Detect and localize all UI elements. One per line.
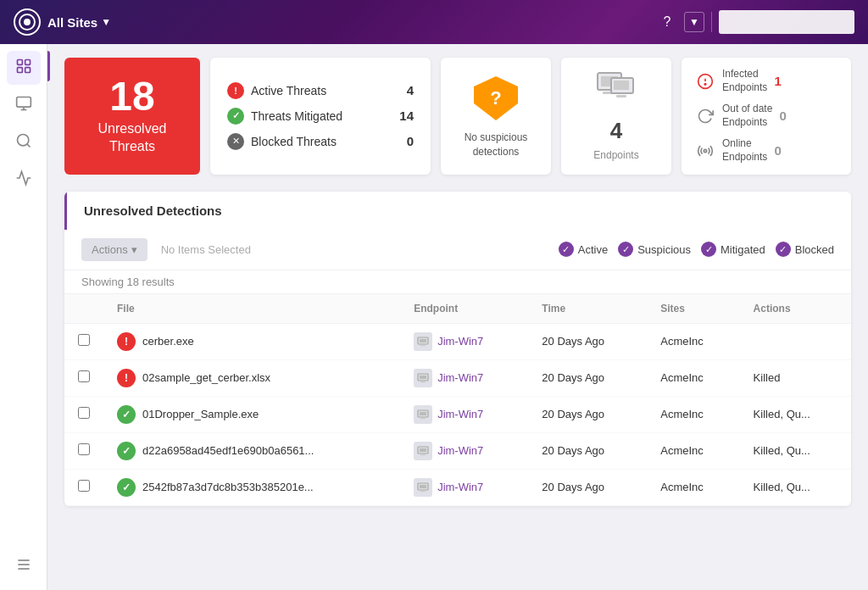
shield-icon: ? xyxy=(470,73,521,124)
svg-rect-32 xyxy=(420,412,426,415)
filter-active[interactable]: ✓ Active xyxy=(559,242,608,257)
detections-toolbar: Actions ▾ No Items Selected ✓ Active ✓ S… xyxy=(64,230,851,270)
file-col-header: File xyxy=(103,294,400,324)
showing-label: Showing 18 results xyxy=(64,270,851,294)
file-cell: ✓ 01Dropper_Sample.exe xyxy=(103,396,400,432)
sidebar-item-settings[interactable] xyxy=(7,549,41,583)
site-selector[interactable]: All Sites ▼ xyxy=(47,15,111,30)
table-row: ✓ 01Dropper_Sample.exe Jim-Win7 2 xyxy=(64,396,851,432)
table-body: ! cerber.exe Jim-Win7 20 Days Ago xyxy=(64,323,851,505)
actions-label: Actions xyxy=(92,243,128,256)
table-header-row: File Endpoint Time Sites Actions xyxy=(64,294,851,324)
table-row: ! 02sample_get_cerber.xlsx Jim-Win7 xyxy=(64,359,851,396)
mitigated-threats-row: ✓ Threats Mitigated 14 xyxy=(227,108,414,125)
user-dropdown-btn[interactable]: ▼ xyxy=(684,12,704,32)
threats-label: Unresolved Threats xyxy=(98,120,167,156)
svg-rect-5 xyxy=(25,67,30,72)
svg-rect-35 xyxy=(420,448,426,452)
svg-rect-26 xyxy=(420,339,426,342)
threat-badge-green: ✓ xyxy=(117,478,136,497)
app-logo xyxy=(14,8,41,36)
endpoint-link[interactable]: Jim-Win7 xyxy=(437,335,483,348)
actions-col-header: Actions xyxy=(740,294,851,324)
filter-mitigated[interactable]: ✓ Mitigated xyxy=(701,242,765,257)
select-all-col xyxy=(64,294,103,324)
sidebar-item-scanner[interactable] xyxy=(7,125,41,159)
sites-cell: AcmeInc xyxy=(647,469,739,505)
header: All Sites ▼ ? ▼ xyxy=(0,0,868,44)
row-checkbox[interactable] xyxy=(78,370,90,382)
row-checkbox-cell xyxy=(64,396,103,432)
active-threat-icon: ! xyxy=(227,82,244,99)
mitigated-threat-icon: ✓ xyxy=(227,108,244,125)
mitigated-filter-check: ✓ xyxy=(701,242,716,257)
svg-rect-29 xyxy=(420,376,426,379)
actions-cell: Killed, Qu... xyxy=(740,469,851,505)
threat-badge-red: ! xyxy=(117,332,136,351)
row-checkbox[interactable] xyxy=(78,443,90,455)
svg-point-24 xyxy=(704,149,706,152)
svg-rect-39 xyxy=(420,491,426,492)
file-cell: ! cerber.exe xyxy=(103,323,400,359)
detections-title: Unresolved Detections xyxy=(64,192,851,230)
help-icon[interactable]: ? xyxy=(657,12,677,32)
actions-button[interactable]: Actions ▾ xyxy=(81,238,147,261)
svg-rect-33 xyxy=(420,418,426,419)
actions-cell xyxy=(740,323,851,359)
endpoint-computer-icon xyxy=(414,478,432,497)
active-filter-check: ✓ xyxy=(559,242,574,257)
file-cell: ! 02sample_get_cerber.xlsx xyxy=(103,359,400,396)
endpoint-col-header: Endpoint xyxy=(400,294,528,324)
network-icon xyxy=(15,170,32,191)
endpoint-computer-icon xyxy=(414,369,432,387)
file-cell: ✓ d22a6958ad45edf1e690b0a6561... xyxy=(103,432,400,469)
endpoint-link[interactable]: Jim-Win7 xyxy=(437,481,483,493)
active-filter-label: Active xyxy=(578,243,608,256)
suspicious-filter-check: ✓ xyxy=(618,242,633,257)
time-cell: 20 Days Ago xyxy=(528,469,647,505)
file-name: 2542fb87a3d7dc8b353b385201e... xyxy=(142,481,314,493)
row-checkbox[interactable] xyxy=(78,480,90,492)
scanner-icon xyxy=(15,132,32,153)
content-area: 18 Unresolved Threats ! Active Threats 4… xyxy=(47,44,868,590)
no-items-label: No Items Selected xyxy=(161,243,251,256)
infected-label: Infected Endpoints xyxy=(722,68,767,94)
actions-cell: Killed xyxy=(740,359,851,396)
stats-card: Infected Endpoints 1 Out of date End xyxy=(682,58,851,175)
actions-chevron-icon: ▾ xyxy=(131,243,137,256)
row-checkbox[interactable] xyxy=(78,407,90,419)
svg-rect-19 xyxy=(614,81,629,90)
sidebar-item-network[interactable] xyxy=(7,163,41,197)
filter-suspicious[interactable]: ✓ Suspicious xyxy=(618,242,691,257)
sites-cell: AcmeInc xyxy=(647,432,739,469)
monitor-icon xyxy=(15,95,32,116)
threats-card: 18 Unresolved Threats xyxy=(64,58,200,175)
table-row: ! cerber.exe Jim-Win7 20 Days Ago xyxy=(64,323,851,359)
row-checkbox[interactable] xyxy=(78,334,90,346)
outofdate-count: 0 xyxy=(779,109,786,123)
endpoint-computer-icon xyxy=(414,442,432,460)
online-label: Online Endpoints xyxy=(722,137,767,164)
endpoint-computer-icon xyxy=(414,332,432,351)
endpoint-link[interactable]: Jim-Win7 xyxy=(437,408,483,420)
svg-rect-38 xyxy=(420,485,426,488)
dashboard-cards: 18 Unresolved Threats ! Active Threats 4… xyxy=(64,58,851,175)
search-input[interactable] xyxy=(719,10,854,34)
svg-rect-20 xyxy=(616,95,626,97)
sidebar-item-dashboard[interactable] xyxy=(7,51,41,85)
sidebar-item-monitor[interactable] xyxy=(7,88,41,122)
blocked-threats-row: ✕ Blocked Threats 0 xyxy=(227,133,414,150)
endpoint-link[interactable]: Jim-Win7 xyxy=(437,444,483,457)
outofdate-icon xyxy=(695,106,715,126)
main-layout: 18 Unresolved Threats ! Active Threats 4… xyxy=(0,44,868,590)
svg-rect-4 xyxy=(17,67,22,72)
row-checkbox-cell xyxy=(64,432,103,469)
infected-icon xyxy=(695,71,715,92)
actions-cell: Killed, Qu... xyxy=(740,432,851,469)
online-icon xyxy=(695,141,715,161)
filter-blocked[interactable]: ✓ Blocked xyxy=(776,242,834,257)
endpoint-link[interactable]: Jim-Win7 xyxy=(437,371,483,384)
svg-point-9 xyxy=(17,134,28,145)
online-endpoints-row: Online Endpoints 0 xyxy=(695,137,837,164)
blocked-filter-label: Blocked xyxy=(795,243,834,256)
